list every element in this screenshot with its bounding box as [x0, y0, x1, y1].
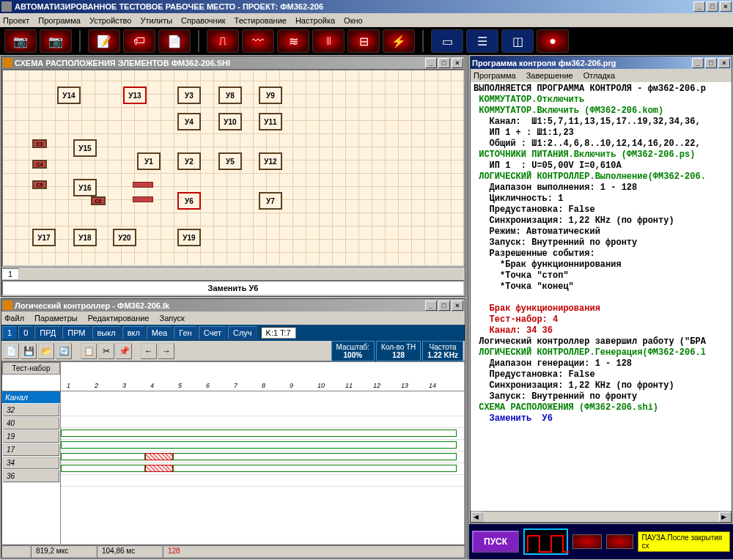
tb-btn-6[interactable]: ⎍ — [207, 29, 239, 53]
lt-save[interactable]: 💾 — [21, 343, 37, 359]
logic-menu-file[interactable]: Файл — [4, 314, 24, 323]
logic-tab-Ген[interactable]: Ген — [174, 326, 196, 339]
prog-menu-debug[interactable]: Отладка — [583, 71, 615, 80]
chip-У17[interactable]: У17 — [32, 229, 56, 246]
chip-У13[interactable]: У13 — [123, 86, 147, 104]
resistor-1[interactable] — [133, 196, 153, 202]
ctrl-small-1[interactable] — [572, 534, 602, 549]
prog-min-button[interactable]: _ — [692, 58, 704, 68]
chip-У9[interactable]: У9 — [259, 86, 282, 104]
prog-close-button[interactable]: × — [718, 58, 730, 68]
log-max-button[interactable]: □ — [438, 301, 450, 311]
program-output[interactable]: ВЫПОЛНЯЕТСЯ ПРОГРАММА КОНТРОЛЯ - фм362-2… — [471, 82, 732, 511]
prog-menu-program[interactable]: Программа — [474, 71, 516, 80]
tb-btn-rec[interactable]: ● — [537, 29, 569, 53]
prog-menu-finish[interactable]: Завершение — [526, 71, 573, 80]
chip-У8[interactable]: У8 — [218, 86, 242, 104]
menu-device[interactable]: Устройство — [89, 16, 132, 25]
chip-У12[interactable]: У12 — [259, 152, 282, 170]
chip-У20[interactable]: У20 — [113, 229, 136, 246]
cap-С2[interactable]: С2 — [91, 196, 106, 205]
chip-У4[interactable]: У4 — [177, 113, 201, 130]
tb-btn-7[interactable]: 〰 — [242, 29, 274, 53]
channel-36[interactable]: 36 — [3, 470, 59, 482]
logic-menu-params[interactable]: Параметры — [34, 314, 78, 323]
logic-menu-run[interactable]: Запуск — [159, 314, 184, 323]
logic-tab-Mea[interactable]: Mea — [147, 326, 172, 339]
sch-close-button[interactable]: × — [452, 58, 463, 68]
tb-layout-3[interactable]: ◫ — [501, 29, 534, 53]
logic-tab-Счет[interactable]: Счет — [199, 326, 226, 339]
menu-settings[interactable]: Настройка — [295, 16, 335, 25]
chip-У5[interactable]: У5 — [218, 152, 242, 170]
tb-layout-1[interactable]: ▭ — [431, 29, 463, 53]
logic-titlebar[interactable]: Логический контроллер - ФМ362-206.lk _ □… — [1, 299, 465, 312]
channel-32[interactable]: 32 — [3, 404, 59, 416]
resistor-0[interactable] — [133, 182, 153, 188]
menu-reference[interactable]: Справочник — [181, 16, 226, 25]
logic-tab-вкл[interactable]: вкл — [122, 326, 145, 339]
prog-max-button[interactable]: □ — [705, 58, 717, 68]
chip-У1[interactable]: У1 — [137, 152, 161, 170]
menu-window[interactable]: Окно — [344, 16, 363, 25]
lt-paste[interactable]: 📌 — [116, 343, 132, 359]
lt-reload[interactable]: 🔄 — [56, 343, 72, 359]
cap-С3[interactable]: С3 — [32, 139, 47, 148]
sch-max-button[interactable]: □ — [438, 58, 450, 68]
logic-tab-1[interactable]: 1 — [2, 326, 17, 339]
start-button[interactable]: ПУСК — [472, 531, 519, 553]
close-button[interactable]: × — [720, 1, 732, 12]
chip-У3[interactable]: У3 — [177, 86, 201, 104]
schematic-canvas[interactable]: У14У13У3У8У9У4У10У11У15У1У2У5У12У16У6У7У… — [1, 69, 465, 267]
channel-40[interactable]: 40 — [3, 417, 59, 430]
logic-tab-ПРМ[interactable]: ПРМ — [62, 326, 90, 339]
cap-С4[interactable]: С4 — [32, 160, 47, 169]
cap-С5[interactable]: С5 — [32, 180, 47, 189]
menu-program[interactable]: Программа — [38, 16, 81, 25]
chip-У18[interactable]: У18 — [73, 229, 97, 246]
lt-cut[interactable]: ✂ — [98, 343, 114, 359]
logic-tab-Случ[interactable]: Случ — [228, 326, 257, 339]
lt-new[interactable]: 📄 — [3, 343, 19, 359]
schematic-titlebar[interactable]: СХЕМА РАСПОЛОЖЕНИЯ ЭЛЕМЕНТОВ ФМ362-206.S… — [1, 56, 465, 69]
scroll-right-icon[interactable]: ► — [719, 512, 731, 522]
logic-menu-edit[interactable]: Редактирование — [88, 314, 150, 323]
ctrl-small-2[interactable] — [606, 534, 634, 549]
tb-btn-2[interactable]: 📷 — [40, 29, 72, 53]
tb-btn-4[interactable]: 🏷 — [123, 29, 155, 53]
chip-У10[interactable]: У10 — [218, 113, 242, 130]
tb-btn-5[interactable]: 📄 — [158, 29, 191, 53]
tb-btn-1[interactable]: 📷 — [4, 29, 37, 53]
channel-34[interactable]: 34 — [3, 457, 59, 469]
chip-У2[interactable]: У2 — [177, 152, 201, 170]
log-close-button[interactable]: × — [452, 301, 463, 311]
logic-tab-выкл[interactable]: выкл — [92, 326, 121, 339]
chip-У7[interactable]: У7 — [259, 192, 282, 210]
scroll-left-icon[interactable]: ◄ — [471, 512, 483, 522]
log-min-button[interactable]: _ — [425, 301, 437, 311]
tb-btn-10[interactable]: ⊟ — [347, 29, 380, 53]
logic-tab-ПРД[interactable]: ПРД — [34, 326, 61, 339]
lt-prev[interactable]: ← — [141, 343, 157, 359]
menu-utilities[interactable]: Утилиты — [140, 16, 172, 25]
wf-traces[interactable] — [61, 391, 464, 544]
chip-У14[interactable]: У14 — [57, 86, 81, 104]
minimize-button[interactable]: _ — [693, 1, 705, 12]
menu-testing[interactable]: Тестирование — [235, 16, 287, 25]
chip-У6[interactable]: У6 — [177, 192, 201, 210]
sch-min-button[interactable]: _ — [425, 58, 437, 68]
tb-btn-9[interactable]: ⫴ — [312, 29, 345, 53]
program-hscroll[interactable]: ◄ ► — [471, 511, 732, 523]
chip-У16[interactable]: У16 — [73, 179, 97, 196]
logic-tab-0[interactable]: 0 — [18, 326, 33, 339]
chip-У19[interactable]: У19 — [177, 229, 201, 246]
waveform-area[interactable]: Тест-набор 1234567891011121314 Канал 324… — [1, 361, 465, 545]
tb-btn-11[interactable]: ⚡ — [383, 29, 415, 53]
tb-btn-3[interactable]: 📝 — [88, 29, 120, 53]
channel-19[interactable]: 19 — [3, 430, 59, 443]
channel-17[interactable]: 17 — [3, 443, 59, 456]
tb-btn-8[interactable]: ≋ — [277, 29, 309, 53]
lt-open[interactable]: 📂 — [38, 343, 54, 359]
lt-copy[interactable]: 📋 — [81, 343, 97, 359]
chip-У15[interactable]: У15 — [73, 139, 97, 157]
